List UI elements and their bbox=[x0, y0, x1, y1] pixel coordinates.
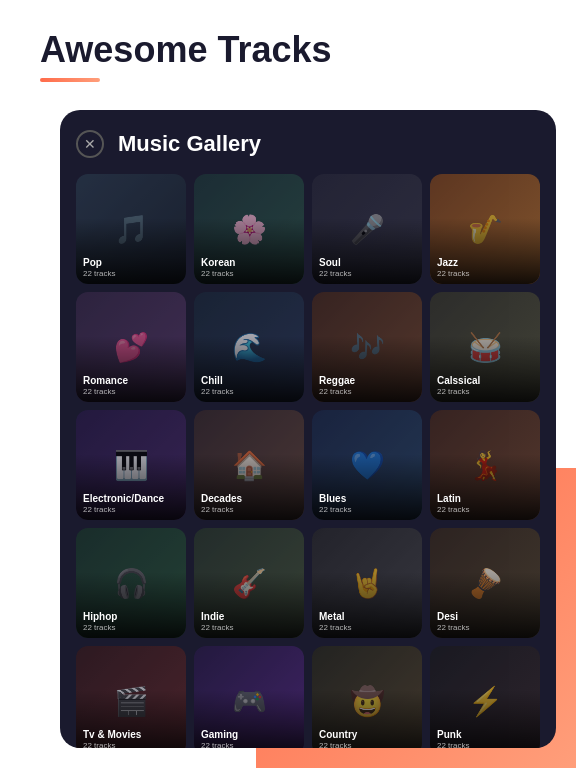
genre-tracks-hiphop: 22 tracks bbox=[83, 623, 182, 632]
genre-name-punk: Punk bbox=[437, 729, 536, 741]
genre-name-desi: Desi bbox=[437, 611, 536, 623]
genre-name-pop: Pop bbox=[83, 257, 182, 269]
genre-tracks-soul: 22 tracks bbox=[319, 269, 418, 278]
card-info-country: Country22 tracks bbox=[319, 729, 418, 748]
genre-name-reggae: Reggae bbox=[319, 375, 418, 387]
genre-tracks-electronic: 22 tracks bbox=[83, 505, 182, 514]
genre-card-classical[interactable]: 🥁Calssical22 tracks bbox=[430, 292, 540, 402]
genre-tracks-punk: 22 tracks bbox=[437, 741, 536, 748]
genre-name-soul: Soul bbox=[319, 257, 418, 269]
genre-tracks-indie: 22 tracks bbox=[201, 623, 300, 632]
genre-card-decades[interactable]: 🏠Decades22 tracks bbox=[194, 410, 304, 520]
genre-name-romance: Romance bbox=[83, 375, 182, 387]
genre-card-romance[interactable]: 💕Romance22 tracks bbox=[76, 292, 186, 402]
genre-tracks-tvmovies: 22 tracks bbox=[83, 741, 182, 748]
card-info-desi: Desi22 tracks bbox=[437, 611, 536, 632]
genre-name-korean: Korean bbox=[201, 257, 300, 269]
genre-tracks-reggae: 22 tracks bbox=[319, 387, 418, 396]
genre-card-gaming[interactable]: 🎮Gaming22 tracks bbox=[194, 646, 304, 748]
page-header: Awesome Tracks bbox=[40, 30, 332, 82]
genre-grid: 🎵Pop22 tracks🌸Korean22 tracks🎤Soul22 tra… bbox=[76, 174, 540, 748]
genre-name-jazz: Jazz bbox=[437, 257, 536, 269]
card-info-metal: Metal22 tracks bbox=[319, 611, 418, 632]
genre-name-gaming: Gaming bbox=[201, 729, 300, 741]
card-info-hiphop: Hiphop22 tracks bbox=[83, 611, 182, 632]
card-info-tvmovies: Tv & Movies22 tracks bbox=[83, 729, 182, 748]
modal-header: ✕ Music Gallery bbox=[76, 130, 540, 158]
genre-card-reggae[interactable]: 🎶Reggae22 tracks bbox=[312, 292, 422, 402]
genre-name-metal: Metal bbox=[319, 611, 418, 623]
card-info-blues: Blues22 tracks bbox=[319, 493, 418, 514]
genre-tracks-latin: 22 tracks bbox=[437, 505, 536, 514]
genre-tracks-country: 22 tracks bbox=[319, 741, 418, 748]
genre-name-classical: Calssical bbox=[437, 375, 536, 387]
genre-tracks-desi: 22 tracks bbox=[437, 623, 536, 632]
genre-card-metal[interactable]: 🤘Metal22 tracks bbox=[312, 528, 422, 638]
card-info-classical: Calssical22 tracks bbox=[437, 375, 536, 396]
genre-tracks-jazz: 22 tracks bbox=[437, 269, 536, 278]
genre-tracks-gaming: 22 tracks bbox=[201, 741, 300, 748]
card-info-korean: Korean22 tracks bbox=[201, 257, 300, 278]
genre-card-korean[interactable]: 🌸Korean22 tracks bbox=[194, 174, 304, 284]
card-info-romance: Romance22 tracks bbox=[83, 375, 182, 396]
card-info-soul: Soul22 tracks bbox=[319, 257, 418, 278]
card-info-punk: Punk22 tracks bbox=[437, 729, 536, 748]
card-info-pop: Pop22 tracks bbox=[83, 257, 182, 278]
genre-tracks-pop: 22 tracks bbox=[83, 269, 182, 278]
card-info-indie: Indie22 tracks bbox=[201, 611, 300, 632]
genre-name-indie: Indie bbox=[201, 611, 300, 623]
genre-card-soul[interactable]: 🎤Soul22 tracks bbox=[312, 174, 422, 284]
modal-title: Music Gallery bbox=[118, 131, 261, 157]
genre-card-jazz[interactable]: 🎷Jazz22 tracks bbox=[430, 174, 540, 284]
genre-tracks-metal: 22 tracks bbox=[319, 623, 418, 632]
genre-card-punk[interactable]: ⚡Punk22 tracks bbox=[430, 646, 540, 748]
genre-name-electronic: Electronic/Dance bbox=[83, 493, 182, 505]
genre-card-hiphop[interactable]: 🎧Hiphop22 tracks bbox=[76, 528, 186, 638]
card-info-latin: Latin22 tracks bbox=[437, 493, 536, 514]
genre-card-indie[interactable]: 🎸Indie22 tracks bbox=[194, 528, 304, 638]
card-info-gaming: Gaming22 tracks bbox=[201, 729, 300, 748]
genre-card-country[interactable]: 🤠Country22 tracks bbox=[312, 646, 422, 748]
genre-tracks-classical: 22 tracks bbox=[437, 387, 536, 396]
genre-card-tvmovies[interactable]: 🎬Tv & Movies22 tracks bbox=[76, 646, 186, 748]
genre-name-decades: Decades bbox=[201, 493, 300, 505]
genre-tracks-decades: 22 tracks bbox=[201, 505, 300, 514]
card-info-jazz: Jazz22 tracks bbox=[437, 257, 536, 278]
genre-tracks-chill: 22 tracks bbox=[201, 387, 300, 396]
genre-card-pop[interactable]: 🎵Pop22 tracks bbox=[76, 174, 186, 284]
genre-card-chill[interactable]: 🌊Chill22 tracks bbox=[194, 292, 304, 402]
genre-card-latin[interactable]: 💃Latin22 tracks bbox=[430, 410, 540, 520]
card-info-decades: Decades22 tracks bbox=[201, 493, 300, 514]
genre-name-country: Country bbox=[319, 729, 418, 741]
genre-name-blues: Blues bbox=[319, 493, 418, 505]
close-button[interactable]: ✕ bbox=[76, 130, 104, 158]
genre-name-latin: Latin bbox=[437, 493, 536, 505]
genre-tracks-korean: 22 tracks bbox=[201, 269, 300, 278]
title-underline bbox=[40, 78, 100, 82]
genre-tracks-romance: 22 tracks bbox=[83, 387, 182, 396]
genre-card-desi[interactable]: 🪘Desi22 tracks bbox=[430, 528, 540, 638]
card-info-electronic: Electronic/Dance22 tracks bbox=[83, 493, 182, 514]
card-info-reggae: Reggae22 tracks bbox=[319, 375, 418, 396]
page-title: Awesome Tracks bbox=[40, 30, 332, 70]
genre-tracks-blues: 22 tracks bbox=[319, 505, 418, 514]
genre-card-electronic[interactable]: 🎹Electronic/Dance22 tracks bbox=[76, 410, 186, 520]
music-gallery-modal: ✕ Music Gallery 🎵Pop22 tracks🌸Korean22 t… bbox=[60, 110, 556, 748]
genre-name-hiphop: Hiphop bbox=[83, 611, 182, 623]
genre-name-tvmovies: Tv & Movies bbox=[83, 729, 182, 741]
genre-name-chill: Chill bbox=[201, 375, 300, 387]
genre-card-blues[interactable]: 💙Blues22 tracks bbox=[312, 410, 422, 520]
card-info-chill: Chill22 tracks bbox=[201, 375, 300, 396]
